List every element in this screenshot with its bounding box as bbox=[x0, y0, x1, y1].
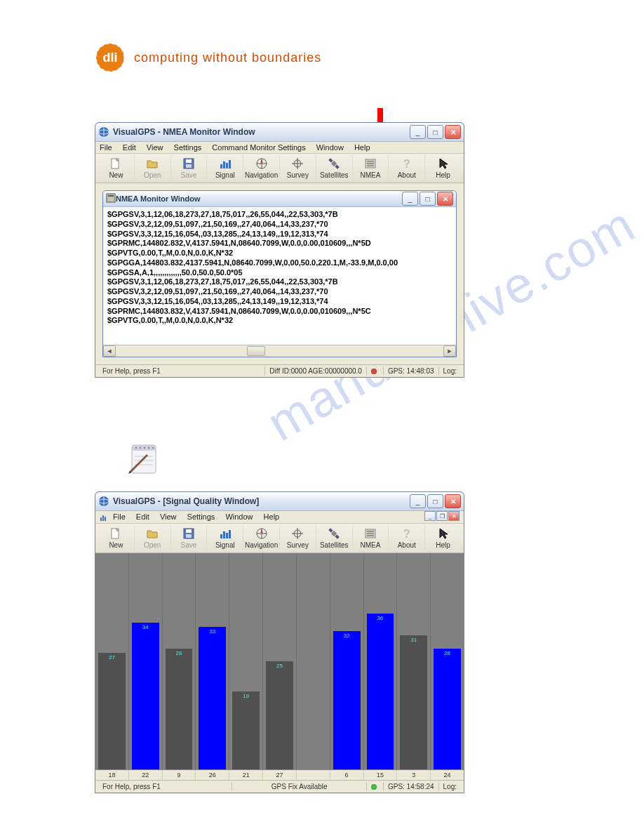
toolbar-satellites-button[interactable]: Satellites bbox=[316, 525, 353, 551]
toolbar-about-button[interactable]: ?About bbox=[389, 155, 425, 181]
bars-icon bbox=[207, 527, 243, 540]
led-red-icon bbox=[371, 369, 377, 374]
status-help: For Help, press F1 bbox=[98, 366, 265, 376]
chart-column: 36 bbox=[364, 553, 398, 769]
svg-point-40 bbox=[148, 447, 149, 449]
app-globe-icon bbox=[98, 496, 109, 507]
toolbar-new-button[interactable]: New bbox=[98, 525, 135, 551]
menu-command-monitor-settings[interactable]: Command Monitor Settings bbox=[212, 143, 305, 152]
inner-maximize-button[interactable]: □ bbox=[420, 192, 436, 206]
menu-file[interactable]: File bbox=[113, 512, 126, 521]
mdi-close-button[interactable]: ✕ bbox=[448, 511, 459, 521]
new-file-icon bbox=[98, 157, 134, 170]
menu-window[interactable]: Window bbox=[225, 512, 253, 521]
signal-bar: 32 bbox=[333, 631, 361, 769]
svg-marker-32 bbox=[440, 159, 448, 168]
signal-bar: 27 bbox=[98, 653, 126, 769]
menu-file[interactable]: File bbox=[100, 143, 112, 152]
satellite-icon bbox=[316, 527, 352, 540]
tagline: computing without boundaries bbox=[134, 51, 321, 65]
svg-marker-79 bbox=[440, 529, 448, 538]
svg-text:?: ? bbox=[403, 528, 410, 540]
bars-icon bbox=[207, 157, 243, 170]
menu-edit[interactable]: Edit bbox=[136, 512, 149, 521]
notepad-icon bbox=[126, 441, 161, 477]
toolbar-nmea-button[interactable]: NMEA bbox=[353, 525, 389, 551]
svg-rect-59 bbox=[186, 534, 192, 538]
save-disk-icon bbox=[171, 157, 207, 170]
save-disk-icon bbox=[171, 527, 207, 540]
toolbar-satellites-button[interactable]: Satellites bbox=[316, 155, 353, 181]
svg-text:?: ? bbox=[403, 158, 410, 170]
signal-chart: 27342833182532363128 bbox=[95, 553, 464, 769]
inner-minimize-button[interactable]: _ bbox=[402, 192, 418, 206]
status-gps-led bbox=[367, 366, 384, 376]
svg-text:dli: dli bbox=[103, 51, 118, 65]
menu-window[interactable]: Window bbox=[316, 143, 344, 152]
maximize-button[interactable]: □ bbox=[427, 125, 443, 139]
signal-bar: 31 bbox=[400, 635, 427, 769]
signal-bar: 34 bbox=[132, 623, 159, 769]
xaxis-tick: 18 bbox=[95, 770, 129, 780]
toolbar-navigation-button[interactable]: Navigation bbox=[243, 155, 280, 181]
svg-point-37 bbox=[135, 447, 137, 449]
svg-rect-54 bbox=[105, 517, 106, 521]
maximize-button[interactable]: □ bbox=[427, 494, 443, 508]
chart-column: 28 bbox=[163, 553, 196, 769]
status-gps-led bbox=[367, 782, 384, 791]
mdi-restore-button[interactable]: ❐ bbox=[436, 511, 448, 521]
mdi-minimize-button[interactable]: _ bbox=[424, 511, 436, 521]
titlebar[interactable]: VisualGPS - [Signal Quality Window] _ □ … bbox=[95, 492, 464, 511]
minimize-button[interactable]: _ bbox=[410, 494, 426, 508]
scroll-left-button[interactable]: ◄ bbox=[103, 345, 116, 357]
toolbar-about-button[interactable]: ?About bbox=[389, 525, 425, 551]
svg-rect-34 bbox=[108, 195, 114, 197]
signal-bar: 33 bbox=[199, 627, 226, 769]
toolbar-survey-button[interactable]: Survey bbox=[280, 155, 316, 181]
arrow-cursor-icon bbox=[425, 157, 461, 170]
titlebar[interactable]: VisualGPS - NMEA Monitor Window _ □ ✕ bbox=[95, 123, 464, 142]
menu-view[interactable]: View bbox=[147, 143, 163, 152]
svg-point-39 bbox=[144, 447, 145, 449]
toolbar-nmea-button[interactable]: NMEA bbox=[353, 155, 389, 181]
chart-column: 25 bbox=[263, 553, 297, 769]
svg-rect-15 bbox=[226, 163, 228, 168]
menu-edit[interactable]: Edit bbox=[123, 143, 136, 152]
minimize-button[interactable]: _ bbox=[410, 125, 426, 139]
toolbar-signal-button[interactable]: Signal bbox=[207, 525, 243, 551]
toolbar-navigation-button[interactable]: Navigation bbox=[243, 525, 280, 551]
close-button[interactable]: ✕ bbox=[445, 125, 461, 139]
menu-help[interactable]: Help bbox=[264, 512, 280, 521]
svg-rect-14 bbox=[223, 161, 225, 168]
menu-view[interactable]: View bbox=[160, 512, 177, 521]
menu-help[interactable]: Help bbox=[354, 143, 370, 152]
toolbar: NewOpenSaveSignalNavigationSurveySatelli… bbox=[95, 524, 464, 553]
inner-close-button[interactable]: ✕ bbox=[437, 192, 453, 206]
svg-rect-72 bbox=[328, 528, 333, 532]
scroll-thumb[interactable] bbox=[247, 346, 265, 356]
svg-rect-13 bbox=[220, 164, 222, 168]
menu-settings[interactable]: Settings bbox=[187, 512, 215, 521]
xaxis-tick: 26 bbox=[196, 770, 229, 780]
open-folder-icon bbox=[135, 527, 170, 540]
toolbar-signal-button[interactable]: Signal bbox=[207, 155, 243, 181]
toolbar-survey-button[interactable]: Survey bbox=[280, 525, 316, 551]
xaxis-tick: 24 bbox=[431, 770, 464, 780]
xaxis-tick: 6 bbox=[330, 770, 364, 780]
chart-column: 33 bbox=[196, 553, 229, 769]
window-title: VisualGPS - [Signal Quality Window] bbox=[113, 496, 410, 506]
svg-rect-52 bbox=[100, 517, 102, 521]
signal-bar: 18 bbox=[232, 691, 260, 769]
horizontal-scrollbar[interactable]: ◄ ► bbox=[103, 345, 456, 357]
toolbar-new-button[interactable]: New bbox=[98, 155, 135, 181]
menu-settings[interactable]: Settings bbox=[174, 143, 202, 152]
nmea-inner-icon bbox=[106, 193, 116, 204]
toolbar-help-button[interactable]: Help bbox=[425, 155, 461, 181]
svg-rect-53 bbox=[102, 515, 104, 521]
compass-icon bbox=[243, 157, 279, 170]
nmea-output-text[interactable]: $GPGSV,3,1,12,06,18,273,27,18,75,017,,26… bbox=[103, 207, 456, 345]
toolbar-help-button[interactable]: Help bbox=[425, 525, 461, 551]
scroll-right-button[interactable]: ► bbox=[443, 345, 456, 357]
close-button[interactable]: ✕ bbox=[445, 494, 461, 508]
xaxis-tick: 9 bbox=[163, 770, 196, 780]
